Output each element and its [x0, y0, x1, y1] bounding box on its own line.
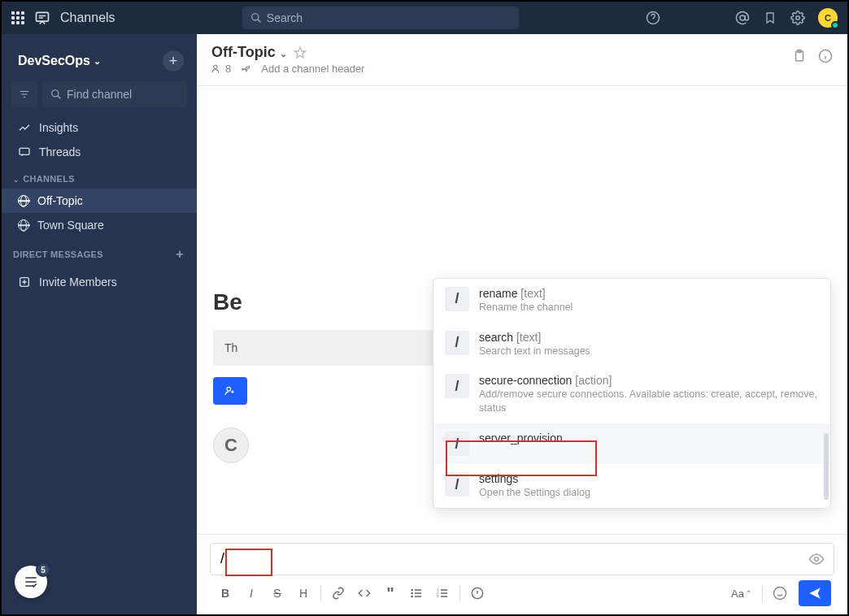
numbered-list-button[interactable]: 123: [430, 582, 455, 605]
suggest-item-server_provision[interactable]: /server_provision: [433, 423, 830, 464]
clipboard-icon[interactable]: [792, 49, 807, 63]
svg-rect-0: [37, 12, 49, 21]
suggest-title: settings: [479, 472, 819, 485]
preview-icon[interactable]: [808, 551, 825, 567]
suggest-desc: Open the Settings dialog: [479, 486, 819, 500]
suggest-desc: Rename the channel: [479, 301, 819, 315]
slash-icon: /: [445, 331, 469, 355]
channel-off-topic[interactable]: Off-Topic: [2, 189, 197, 213]
suggest-title: rename [text]: [479, 287, 819, 300]
svg-point-5: [52, 90, 59, 97]
channel-header: Off-Topic ⌄ 8 Add a channel h: [197, 34, 847, 86]
invite-members[interactable]: Invite Members: [2, 270, 197, 294]
sidebar: DevSecOps⌄ + Find channel Insights Thre: [2, 34, 197, 614]
italic-button[interactable]: I: [239, 582, 263, 605]
channel-town-square[interactable]: Town Square: [2, 213, 197, 237]
svg-point-13: [815, 557, 819, 562]
scrollbar[interactable]: [824, 433, 829, 500]
section-direct-messages[interactable]: DIRECT MESSAGES +: [2, 237, 197, 267]
suggest-title: server_provision: [479, 432, 819, 445]
suggest-item-secure-connection[interactable]: /secure-connection [action]Add/remove se…: [433, 366, 830, 423]
action-primary-button[interactable]: [213, 377, 247, 405]
globe-icon: [18, 219, 29, 231]
link-button[interactable]: [326, 582, 350, 605]
strike-button[interactable]: S: [265, 582, 290, 605]
favorite-star-icon[interactable]: [294, 46, 307, 59]
filter-button[interactable]: [11, 81, 37, 107]
composer: B I S H " 123: [197, 534, 847, 614]
svg-point-1: [252, 14, 259, 20]
channel-header-prompt[interactable]: Add a channel header: [261, 63, 364, 75]
section-channels[interactable]: ⌄CHANNELS: [2, 164, 197, 189]
svg-text:3: 3: [437, 594, 439, 598]
find-channel-input[interactable]: Find channel: [42, 81, 187, 107]
add-dm-button[interactable]: +: [176, 247, 184, 262]
heading-button[interactable]: H: [291, 582, 316, 605]
format-toggle[interactable]: Aa ⌃: [726, 582, 757, 605]
fab-badge: 5: [36, 562, 50, 577]
user-avatar[interactable]: C: [818, 8, 838, 28]
nav-threads[interactable]: Threads: [2, 140, 197, 164]
svg-point-12: [227, 387, 231, 391]
status-online-icon: [831, 21, 839, 29]
info-icon[interactable]: [818, 49, 833, 63]
slash-icon: /: [445, 374, 469, 398]
apps-grid-icon[interactable]: [11, 11, 24, 24]
send-button[interactable]: [799, 580, 831, 606]
drafts-fab[interactable]: 5: [15, 566, 47, 598]
team-switcher[interactable]: DevSecOps⌄: [18, 54, 101, 68]
svg-point-4: [796, 16, 800, 20]
svg-point-14: [411, 589, 412, 590]
svg-rect-6: [20, 148, 29, 154]
svg-point-16: [411, 596, 412, 596]
bullet-list-button[interactable]: [404, 582, 429, 605]
topbar-title: Channels: [60, 11, 115, 25]
emoji-button[interactable]: [768, 582, 792, 605]
member-count[interactable]: 8: [211, 63, 231, 75]
channels-icon: [34, 10, 50, 26]
pin-icon[interactable]: [241, 63, 251, 74]
settings-icon[interactable]: [790, 11, 805, 25]
globe-icon: [18, 195, 29, 206]
code-button[interactable]: [352, 582, 377, 605]
svg-point-15: [411, 592, 412, 593]
suggest-item-rename[interactable]: /rename [text]Rename the channel: [433, 279, 830, 323]
suggest-item-search[interactable]: /search [text]Search text in messages: [433, 323, 830, 367]
message-input[interactable]: [210, 543, 834, 575]
message-input-field[interactable]: [220, 550, 801, 567]
suggest-title: secure-connection [action]: [479, 374, 819, 387]
quote-button[interactable]: ": [378, 582, 403, 605]
bold-button[interactable]: B: [213, 582, 237, 605]
svg-point-21: [774, 588, 786, 600]
mentions-icon[interactable]: [735, 11, 750, 25]
svg-point-8: [214, 65, 217, 68]
help-icon[interactable]: [646, 11, 660, 25]
suggest-desc: Search text in messages: [479, 345, 819, 358]
global-search[interactable]: Search: [242, 7, 519, 29]
slash-command-popup: /rename [text]Rename the channel/search …: [433, 278, 831, 509]
composer-toolbar: B I S H " 123: [210, 575, 834, 608]
topbar: Channels Search C: [2, 2, 847, 34]
search-placeholder: Search: [267, 11, 303, 24]
priority-button[interactable]: [465, 582, 490, 605]
slash-icon: /: [445, 287, 469, 311]
nav-insights[interactable]: Insights: [2, 115, 197, 140]
chevron-down-icon: ⌄: [94, 56, 101, 67]
profile-avatar: C: [213, 427, 249, 463]
bookmark-icon[interactable]: [763, 11, 777, 25]
main-area: Off-Topic ⌄ 8 Add a channel h: [197, 34, 847, 614]
suggest-item-settings[interactable]: /settingsOpen the Settings dialog: [433, 464, 830, 508]
slash-icon: /: [445, 472, 469, 497]
channel-title[interactable]: Off-Topic ⌄: [211, 44, 287, 61]
slash-icon: /: [445, 432, 469, 456]
suggest-desc: Add/remove secure connections. Available…: [479, 388, 819, 415]
svg-point-3: [740, 15, 745, 20]
suggest-title: search [text]: [479, 331, 819, 344]
add-button[interactable]: +: [163, 50, 184, 72]
